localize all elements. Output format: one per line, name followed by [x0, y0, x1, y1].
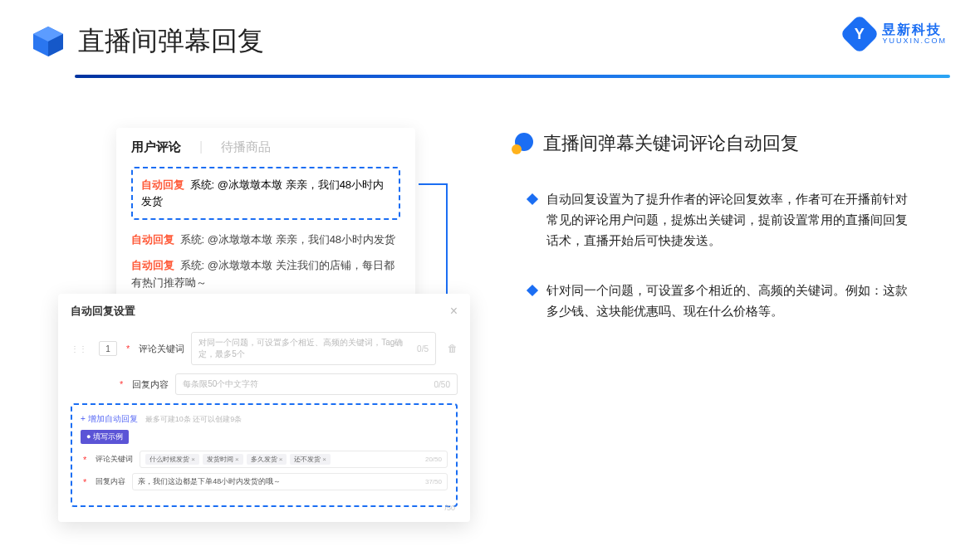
section-title: 直播间弹幕关键词评论自动回复 [543, 131, 799, 156]
brand-icon: Y [840, 14, 880, 54]
row-number: 1 [99, 341, 117, 356]
bottom-counter: /50 [444, 504, 455, 512]
page-title: 直播间弹幕回复 [78, 23, 264, 60]
tag[interactable]: 什么时候发货 [145, 454, 199, 465]
close-icon[interactable]: × [450, 304, 458, 319]
diamond-icon [527, 285, 538, 296]
add-desc: 最多可建10条 还可以创建9条 [145, 415, 243, 423]
bullet-item: 自动回复设置为了提升作者的评论回复效率，作者可在开播前针对常见的评论用户问题，提… [512, 189, 950, 251]
example-box: + 增加自动回复 最多可建10条 还可以创建9条 ● 填写示例 * 评论关键词 … [71, 403, 458, 507]
diamond-icon [527, 193, 538, 205]
tag[interactable]: 还不发货 [290, 454, 331, 465]
reply-input[interactable]: 每条限50个中文字符 0/50 [175, 373, 458, 395]
comment-line: 自动回复 系统: @冰墩墩本墩 亲亲，我们48小时内发货 [131, 232, 400, 249]
example-keyword-input[interactable]: 什么时候发货 发货时间 多久发货 还不发货 20/50 [140, 451, 448, 468]
highlighted-comment: 自动回复 系统: @冰墩墩本墩 亲亲，我们48小时内发货 [131, 167, 400, 220]
example-reply-input[interactable]: 亲，我们这边都是下单48小时内发货的哦～ 37/50 [132, 473, 448, 490]
tab-user-comments[interactable]: 用户评论 [131, 139, 181, 155]
example-reply-row: * 回复内容 亲，我们这边都是下单48小时内发货的哦～ 37/50 [81, 473, 448, 490]
setting-row-keyword: ⋮⋮ 1 * 评论关键词 对同一个问题，可设置多个相近、高频的关键词，Tag确定… [71, 332, 458, 365]
brand-name-cn: 昱新科技 [882, 22, 947, 37]
example-keyword-row: * 评论关键词 什么时候发货 发货时间 多久发货 还不发货 20/50 [81, 451, 448, 468]
tag[interactable]: 发货时间 [203, 454, 243, 465]
setting-row-reply: * 回复内容 每条限50个中文字符 0/50 [71, 373, 458, 395]
example-badge: ● 填写示例 [81, 430, 129, 444]
brand-name-en: YUUXIN.COM [882, 37, 947, 46]
dots-icon [512, 133, 533, 154]
brand-logo: Y 昱新科技 YUUXIN.COM [845, 20, 947, 48]
add-auto-reply-link[interactable]: + 增加自动回复 [81, 414, 138, 423]
settings-title: 自动回复设置 [71, 304, 135, 319]
cube-icon [30, 23, 66, 60]
trash-icon[interactable]: 🗑 [448, 343, 458, 354]
tabs: 用户评论 | 待播商品 [131, 139, 400, 155]
auto-reply-settings-panel: 自动回复设置 × ⋮⋮ 1 * 评论关键词 对同一个问题，可设置多个相近、高频的… [58, 294, 470, 522]
keyword-label: 评论关键词 [139, 343, 184, 355]
comment-panel: 用户评论 | 待播商品 自动回复 系统: @冰墩墩本墩 亲亲，我们48小时内发货… [116, 128, 415, 315]
reply-label: 回复内容 [132, 378, 169, 391]
tag[interactable]: 多久发货 [247, 454, 287, 465]
page-header: 直播间弹幕回复 [0, 0, 980, 75]
bullet-item: 针对同一个问题，可设置多个相近的、高频的关键词。例如：这款多少钱、这块能优惠吗、… [512, 280, 950, 322]
auto-reply-tag: 自动回复 [141, 178, 184, 191]
right-column: 直播间弹幕关键词评论自动回复 自动回复设置为了提升作者的评论回复效率，作者可在开… [437, 111, 950, 352]
comment-line: 自动回复 系统: @冰墩墩本墩 关注我们的店铺，每日都有热门推荐呦～ [131, 257, 400, 292]
keyword-input[interactable]: 对同一个问题，可设置多个相近、高频的关键词，Tag确定，最多5个 0/5 [191, 332, 436, 365]
tab-pending-goods[interactable]: 待播商品 [221, 139, 271, 155]
section-heading: 直播间弹幕关键词评论自动回复 [512, 131, 950, 156]
drag-handle-icon[interactable]: ⋮⋮ [71, 344, 87, 354]
